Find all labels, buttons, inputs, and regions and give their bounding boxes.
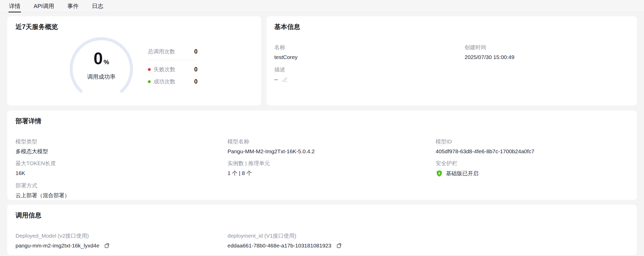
copy-icon	[104, 243, 110, 249]
field-deployment-id: deployment_id (V1接口使用) eddaa661-78b0-468…	[228, 232, 436, 249]
failed-dot-icon	[148, 68, 151, 71]
basic-info-card: 基本信息 名称 testCorey 创建时间 2025/07/30 15:00:…	[267, 16, 637, 105]
field-deployment-id-label: deployment_id (V1接口使用)	[228, 232, 436, 239]
field-deploy-mode-value: 云上部署（混合部署）	[16, 192, 228, 199]
field-guardrail: 安全护栏 基础版已开启	[436, 160, 628, 177]
stat-failed-value: 0	[194, 66, 198, 73]
deployment-details-card: 部署详情 模型类型 多模态大模型 模型名称 Pangu-MM-M2-Img2Tx…	[7, 111, 637, 200]
stat-total-calls: 总调用次数 0	[148, 48, 198, 55]
field-model-name: 模型名称 Pangu-MM-M2-Img2Txt-16K-5.0.4.2	[228, 138, 436, 155]
tab-logs[interactable]: 日志	[91, 0, 104, 12]
field-created-time-label: 创建时间	[465, 44, 629, 51]
field-deployed-model-label: Deployed_Model (v2接口使用)	[16, 232, 228, 239]
edit-description-button[interactable]	[282, 76, 288, 83]
field-description-value: --	[274, 76, 278, 83]
field-max-token-label: 最大TOKEN长度	[16, 160, 228, 167]
field-model-id-label: 模型ID	[436, 138, 628, 145]
field-name: 名称 testCorey	[274, 44, 465, 61]
invocation-info-card: 调用信息 Deployed_Model (v2接口使用) pangu-mm-m2…	[7, 205, 637, 255]
stat-failed-calls: 失败次数 0	[148, 65, 198, 73]
tab-api-call-label: API调用	[34, 2, 54, 10]
field-instances-value: 1 个 | 8 个	[228, 170, 436, 177]
stat-total-value: 0	[194, 48, 198, 55]
field-name-label: 名称	[274, 44, 465, 51]
stat-total-label: 总调用次数	[148, 48, 175, 55]
field-guardrail-value: 基础版已开启	[446, 170, 479, 177]
field-deployed-model: Deployed_Model (v2接口使用) pangu-mm-m2-img2…	[16, 232, 228, 249]
stat-success-calls: 成功次数 0	[148, 78, 198, 85]
service-detail-page: 详情 API调用 事件 日志 近7天服务概览 0 %	[0, 0, 644, 256]
stat-success-value: 0	[194, 78, 198, 85]
field-model-name-value: Pangu-MM-M2-Img2Txt-16K-5.0.4.2	[228, 148, 436, 155]
gauge-unit: %	[104, 58, 109, 66]
tab-detail-label: 详情	[9, 2, 20, 10]
field-model-type: 模型类型 多模态大模型	[16, 138, 228, 155]
stat-success-label: 成功次数	[154, 78, 175, 85]
field-model-id: 模型ID 405df978-63d8-4fe6-8b7c-1700b24a0fc…	[436, 138, 628, 155]
field-max-token-value: 16K	[16, 170, 228, 177]
field-description-label: 描述	[274, 66, 465, 73]
tab-logs-label: 日志	[92, 2, 103, 10]
success-dot-icon	[148, 80, 151, 83]
tab-bar: 详情 API调用 事件 日志	[0, 0, 644, 12]
call-stats: 总调用次数 0 失败次数 0	[148, 48, 198, 85]
field-deploy-mode-label: 部署方式	[16, 182, 228, 189]
field-model-name-label: 模型名称	[228, 138, 436, 145]
copy-deployment-id-button[interactable]	[336, 243, 342, 249]
field-instances: 实例数 | 推理单元 1 个 | 8 个	[228, 160, 436, 177]
field-instances-label: 实例数 | 推理单元	[228, 160, 436, 167]
field-guardrail-label: 安全护栏	[436, 160, 628, 167]
copy-icon	[336, 243, 342, 249]
field-model-type-value: 多模态大模型	[16, 148, 228, 155]
copy-deployed-model-button[interactable]	[104, 243, 110, 249]
field-deploy-mode: 部署方式 云上部署（混合部署）	[16, 182, 228, 199]
gauge-caption: 调用成功率	[87, 73, 116, 81]
field-created-time-value: 2025/07/30 15:00:49	[465, 54, 629, 61]
field-description: 描述 --	[274, 66, 465, 83]
field-name-value: testCorey	[274, 54, 465, 61]
field-model-id-value: 405df978-63d8-4fe6-8b7c-1700b24a0fc7	[436, 148, 628, 155]
tab-detail[interactable]: 详情	[9, 0, 21, 12]
field-created-time: 创建时间 2025/07/30 15:00:49	[465, 44, 629, 61]
tab-api-call[interactable]: API调用	[33, 0, 55, 12]
shield-bolt-icon	[436, 170, 443, 177]
basic-info-title: 基本信息	[274, 23, 629, 31]
tab-events[interactable]: 事件	[67, 0, 79, 12]
deployment-details-title: 部署详情	[16, 117, 628, 125]
invocation-info-title: 调用信息	[16, 211, 628, 220]
gauge-value: 0	[94, 50, 103, 67]
page-content: 近7天服务概览 0 % 调用成功率	[0, 12, 644, 255]
edit-pencil-icon	[282, 76, 288, 83]
field-deployment-id-value: eddaa661-78b0-468e-a17b-103181081923	[228, 242, 331, 249]
service-overview-card: 近7天服务概览 0 % 调用成功率	[7, 16, 261, 105]
success-rate-gauge: 0 % 调用成功率	[65, 33, 138, 105]
field-deployed-model-value: pangu-mm-m2-img2txt-16k_lyxd4e	[16, 242, 99, 249]
tab-events-label: 事件	[67, 2, 79, 10]
stats-divider	[148, 60, 198, 60]
overview-card-title: 近7天服务概览	[16, 23, 253, 31]
stat-failed-label: 失败次数	[154, 66, 175, 73]
field-model-type-label: 模型类型	[16, 138, 228, 145]
field-max-token: 最大TOKEN长度 16K	[16, 160, 228, 177]
